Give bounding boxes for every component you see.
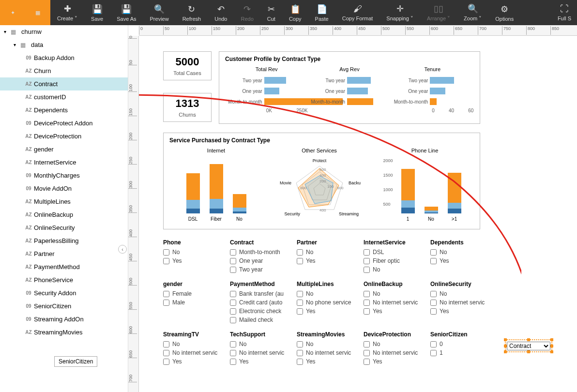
tree-item[interactable]: AZ customerID (0, 90, 128, 104)
canvas[interactable]: 5000 Total Cases 1313 Churns Customer Pr… (139, 36, 577, 392)
tree-data-node[interactable]: ▾▦data (0, 38, 128, 51)
filter-option[interactable]: Fiber optic (364, 257, 426, 264)
filter-option[interactable]: Month-to-month (230, 249, 293, 256)
svg-text:Movie: Movie (279, 181, 291, 185)
filter-option[interactable]: Yes (297, 308, 360, 315)
filter-title: DeviceProtection (364, 331, 426, 338)
tree-item[interactable]: AZ MultipleLines (0, 195, 128, 208)
collapse-sidebar-icon[interactable]: ‹ (118, 245, 127, 254)
arrange-button[interactable]: ▯▯Arrange ˅ (420, 0, 457, 25)
snapping-button[interactable]: ✛Snapping ˅ (380, 0, 420, 25)
filter-option[interactable]: No phone service (297, 299, 360, 306)
cut-button[interactable]: ✂Cut (260, 0, 282, 25)
tree-item[interactable]: AZ Dependents (0, 104, 128, 117)
filter-option[interactable]: Bank transfer (au (230, 290, 293, 297)
svg-text:Protect: Protect (312, 158, 326, 163)
filter-option[interactable]: No internet servic (364, 299, 426, 306)
tree-item[interactable]: AZ OnlineBackup (0, 208, 128, 221)
kpi-churns[interactable]: 1313 Churns (163, 93, 212, 122)
filter-option[interactable]: Yes (430, 257, 493, 264)
refresh-button[interactable]: ↻Refresh (176, 0, 208, 25)
panel-customer-profile[interactable]: Customer Profile by Contract Type Total … (219, 51, 480, 124)
tree-item[interactable]: AZ Partner (0, 247, 128, 260)
tree-item[interactable]: AZ Churn (0, 64, 128, 77)
filter-option[interactable]: No (297, 341, 360, 347)
fullscreen-button[interactable]: ⛶Full S (551, 0, 577, 25)
copyformat-button[interactable]: 🖌Copy Format (335, 0, 380, 25)
filter-option[interactable]: No (364, 266, 426, 273)
filter-option[interactable]: Electronic check (230, 308, 293, 315)
filter-option[interactable]: No internet servic (297, 349, 360, 356)
create-button[interactable]: ✚Create ˅ (50, 0, 84, 25)
filter-option[interactable]: No (163, 249, 226, 256)
tree-item[interactable]: AZ Contract (0, 77, 128, 90)
filter-option[interactable]: Two year (230, 266, 293, 273)
filter-option[interactable]: 0 (430, 341, 493, 347)
filter-option[interactable]: Yes (230, 358, 293, 365)
filter-option[interactable]: No (230, 341, 293, 347)
contract-dropdown[interactable]: Contract (507, 342, 550, 350)
dropdown-object[interactable]: Contract (505, 339, 552, 352)
filter-option[interactable]: Male (163, 299, 226, 306)
filter-option[interactable]: Yes (163, 358, 226, 365)
filter-title: StreamingMovies (297, 331, 360, 338)
filter-option[interactable]: Yes (297, 358, 360, 365)
filter-group: ContractMonth-to-monthOne yearTwo year (230, 239, 293, 275)
filter-title: OnlineBackup (364, 281, 426, 287)
filter-option[interactable]: No (430, 290, 493, 297)
filter-option[interactable]: No internet servic (430, 299, 493, 306)
app-mode-icon[interactable]: ▦ (25, 0, 50, 25)
filter-option[interactable]: DSL (364, 249, 426, 256)
tree-item[interactable]: AZ InternetService (0, 156, 128, 169)
copy-button[interactable]: 📋Copy (282, 0, 308, 25)
filter-option[interactable]: No (297, 249, 360, 256)
filter-option[interactable]: No (364, 341, 426, 347)
options-button[interactable]: ⚙Options (488, 0, 520, 25)
redo-button[interactable]: ↷Redo (234, 0, 260, 25)
field-label: PaperlessBilling (34, 237, 79, 244)
app-logo-icon[interactable]: ✦ (0, 0, 25, 25)
tree-item[interactable]: 09 Streaming AddOn (0, 313, 128, 326)
tree-item[interactable]: 09 Backup Addon (0, 51, 128, 64)
tree-item[interactable]: AZ DeviceProtection (0, 130, 128, 143)
filter-option[interactable]: Female (163, 290, 226, 297)
filter-option[interactable]: Yes (364, 358, 426, 365)
saveas-button[interactable]: 💾Save As (110, 0, 143, 25)
filter-option[interactable]: Yes (430, 308, 493, 315)
zoom-button[interactable]: 🔍Zoom ˅ (457, 0, 488, 25)
tree-item[interactable]: 09 DeviceProtect Addon (0, 117, 128, 130)
filter-title: PaymentMethod (230, 281, 293, 287)
filter-option[interactable]: No (297, 290, 360, 297)
tree-item[interactable]: 09 MonthlyCharges (0, 169, 128, 182)
field-label: MultipleLines (34, 198, 71, 205)
tree-item[interactable]: AZ gender (0, 143, 128, 156)
filter-option[interactable]: Mailed check (230, 317, 293, 323)
filter-option[interactable]: 1 (430, 349, 493, 356)
tree-item[interactable]: 09 Security Addon (0, 286, 128, 300)
filter-option[interactable]: Credit card (auto (230, 299, 293, 306)
filter-option[interactable]: No (163, 341, 226, 347)
undo-button[interactable]: ↶Undo (208, 0, 234, 25)
filter-option[interactable]: No internet servic (364, 349, 426, 356)
kpi-total-cases[interactable]: 5000 Total Cases (163, 51, 212, 80)
filter-option[interactable]: One year (230, 257, 293, 264)
preview-button[interactable]: 🔍Preview (143, 0, 176, 25)
filter-option[interactable]: No (364, 290, 426, 297)
tree-root[interactable]: ▾▦churnw (0, 25, 128, 38)
paste-button[interactable]: 📄Paste (308, 0, 335, 25)
tree-item[interactable]: AZ PhoneService (0, 273, 128, 286)
filter-option[interactable]: No internet servic (163, 349, 226, 356)
tree-item[interactable]: 09 Movie AddOn (0, 182, 128, 195)
tree-item[interactable]: 09 SeniorCitizen (0, 300, 128, 313)
filter-option[interactable]: No internet servic (230, 349, 293, 356)
tree-item[interactable]: AZ StreamingMovies (0, 326, 128, 339)
filter-option[interactable]: Yes (163, 257, 226, 264)
tree-item[interactable]: AZ PaperlessBilling (0, 234, 128, 247)
save-button[interactable]: 💾Save (84, 0, 110, 25)
panel-service-purchased[interactable]: Service Purchased by Contract Type Inter… (163, 133, 480, 229)
tree-item[interactable]: AZ PaymentMethod (0, 260, 128, 273)
filter-option[interactable]: No (430, 249, 493, 256)
filter-option[interactable]: Yes (297, 257, 360, 264)
tree-item[interactable]: AZ OnlineSecurity (0, 221, 128, 234)
filter-option[interactable]: Yes (364, 308, 426, 315)
